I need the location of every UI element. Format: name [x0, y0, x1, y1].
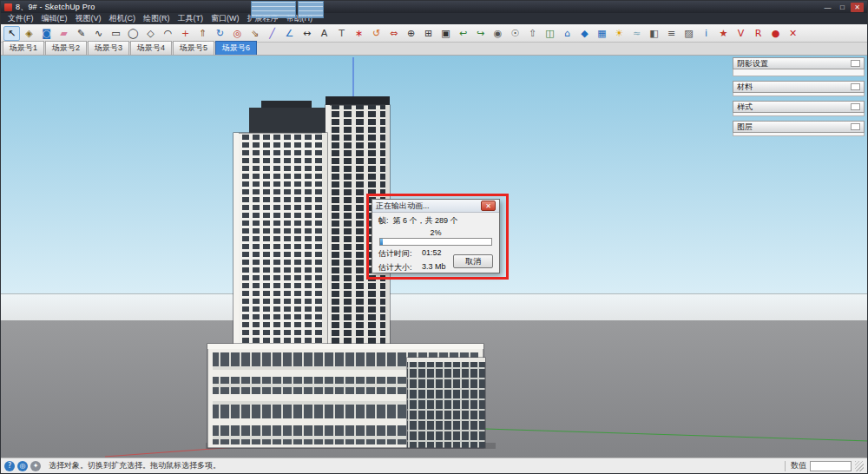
- push-pull-icon[interactable]: ⇑: [194, 26, 211, 41]
- scene-tab[interactable]: 场景号6: [215, 41, 257, 55]
- floating-window-1[interactable]: [251, 1, 296, 18]
- model-info-icon[interactable]: i: [698, 26, 714, 41]
- panel-title-bar[interactable]: 材料: [733, 81, 865, 93]
- shadows-icon[interactable]: ☀: [611, 26, 628, 41]
- extension-warehouse-icon[interactable]: ★: [715, 26, 732, 41]
- scene-tab[interactable]: 场景号5: [173, 41, 214, 55]
- freehand-icon[interactable]: ∿: [90, 26, 107, 41]
- scene-tab[interactable]: 场景号1: [3, 41, 44, 55]
- floating-window-2[interactable]: [298, 1, 324, 18]
- dimension-icon[interactable]: ↔: [299, 26, 315, 41]
- status-bar: ?◎✦ 选择对象。切换到扩充选择。拖动鼠标选择多项。 数值: [1, 458, 867, 473]
- close-button[interactable]: ✕: [851, 3, 864, 12]
- zoom-extents-icon[interactable]: ▣: [437, 26, 454, 41]
- move-icon[interactable]: +: [177, 26, 194, 41]
- panel-title: 阴影设置: [737, 58, 768, 69]
- rectangle-icon[interactable]: ▭: [108, 26, 124, 41]
- panel-toggle-button[interactable]: [851, 83, 860, 90]
- panel-layers: 图层: [733, 121, 865, 136]
- arc-icon[interactable]: ◠: [160, 26, 176, 41]
- vray-frame-buffer-icon[interactable]: V: [733, 26, 749, 41]
- rotate-icon[interactable]: ↻: [212, 26, 228, 41]
- layers-icon[interactable]: ≡: [663, 26, 680, 41]
- menu-item[interactable]: 绘图(R): [143, 13, 170, 24]
- panel-body: [733, 113, 865, 116]
- text-icon[interactable]: A: [316, 26, 332, 41]
- previous-view-icon[interactable]: ↩: [455, 26, 471, 41]
- circle-icon[interactable]: ◯: [125, 26, 141, 41]
- help-icon[interactable]: ?: [4, 461, 15, 471]
- 3d-text-icon[interactable]: T: [333, 26, 350, 41]
- menu-item[interactable]: 相机(C): [109, 13, 136, 24]
- minimize-button[interactable]: —: [821, 3, 834, 12]
- panel-title-bar[interactable]: 阴影设置: [733, 57, 865, 69]
- dialog-close-button[interactable]: ✕: [481, 201, 496, 211]
- top-view-icon[interactable]: ▦: [594, 26, 610, 41]
- look-around-icon[interactable]: ☉: [507, 26, 523, 41]
- tape-measure-icon[interactable]: ╱: [264, 26, 280, 41]
- progress-fill: [380, 239, 383, 245]
- menu-item[interactable]: 工具(T): [178, 13, 204, 24]
- scene-tab[interactable]: 场景号2: [45, 41, 87, 55]
- menu-item[interactable]: 窗口(W): [211, 13, 240, 24]
- walk-icon[interactable]: ⇧: [524, 26, 541, 41]
- zoom-window-icon[interactable]: ⊞: [420, 26, 437, 41]
- vray-options-icon[interactable]: ●: [767, 26, 784, 41]
- fog-icon[interactable]: ≈: [628, 26, 645, 41]
- scale-icon[interactable]: ⇘: [247, 26, 263, 41]
- maximize-button[interactable]: □: [836, 3, 849, 12]
- eraser-icon[interactable]: ▰: [56, 26, 72, 41]
- close-red-icon[interactable]: ✕: [785, 26, 801, 41]
- styles-icon[interactable]: ◧: [646, 26, 662, 41]
- dialog-titlebar: 正在输出动画... ✕: [372, 200, 499, 213]
- panel-body: [733, 93, 865, 96]
- measurements-input[interactable]: [810, 461, 852, 471]
- iso-view-icon[interactable]: ◆: [576, 26, 593, 41]
- next-view-icon[interactable]: ↪: [472, 26, 489, 41]
- polygon-icon[interactable]: ◇: [142, 26, 159, 41]
- panel-title-bar[interactable]: 样式: [733, 101, 865, 113]
- panel-title-bar[interactable]: 图层: [733, 121, 865, 133]
- panel-title: 材料: [737, 82, 753, 93]
- toolbar: ↖◈◙▰✎∿▭◯◇◠+⇑↻◎⇘╱∠↔AT∗↺⇔⊕⊞▣↩↪◉☉⇧◫⌂◆▦☀≈◧≡▨…: [1, 24, 867, 43]
- select-icon[interactable]: ↖: [3, 26, 20, 41]
- pan-icon[interactable]: ⇔: [385, 26, 402, 41]
- panel-title: 图层: [737, 122, 753, 133]
- front-view-icon[interactable]: ⌂: [559, 26, 575, 41]
- est-time-label: 估计时间:: [378, 248, 422, 260]
- position-camera-icon[interactable]: ◉: [490, 26, 506, 41]
- offset-icon[interactable]: ◎: [229, 26, 246, 41]
- panel-body: [733, 69, 865, 76]
- scene-tab[interactable]: 场景号3: [88, 41, 129, 55]
- geolocation-icon[interactable]: ◎: [17, 461, 28, 471]
- axes-icon[interactable]: ∗: [351, 26, 367, 41]
- menu-item[interactable]: 文件(F): [8, 13, 34, 24]
- zoom-icon[interactable]: ⊕: [403, 26, 419, 41]
- horizon-band: [1, 293, 867, 320]
- vray-render-icon[interactable]: R: [750, 26, 766, 41]
- panel-materials: 材料: [733, 81, 865, 96]
- panel-title: 样式: [737, 102, 753, 113]
- menu-bar: 文件(F)编辑(E)视图(V)相机(C)绘图(R)工具(T)窗口(W)扩展程序帮…: [1, 13, 867, 24]
- section-plane-icon[interactable]: ◫: [542, 26, 558, 41]
- line-icon[interactable]: ✎: [73, 26, 89, 41]
- panel-toggle-button[interactable]: [851, 103, 860, 110]
- menu-item[interactable]: 视图(V): [76, 13, 102, 24]
- panel-toggle-button[interactable]: [851, 123, 860, 130]
- cancel-button[interactable]: 取消: [453, 254, 493, 268]
- make-component-icon[interactable]: ◈: [21, 26, 37, 41]
- viewport-3d[interactable]: 阴影设置 材料 样式: [1, 56, 867, 459]
- export-animation-dialog: 正在输出动画... ✕ 帧: 第 6 个，共 289 个 2% 估计时间: 01…: [372, 199, 500, 273]
- statusbar-divider: [785, 461, 786, 471]
- menu-item[interactable]: 编辑(E): [42, 13, 68, 24]
- window-titlebar: 8、9# - SketchUp Pro — □ ✕: [1, 1, 867, 13]
- resize-grip[interactable]: [855, 461, 864, 471]
- panel-toggle-button[interactable]: [851, 60, 860, 67]
- protractor-icon[interactable]: ∠: [281, 26, 298, 41]
- scene-tab[interactable]: 场景号4: [130, 41, 172, 55]
- materials-icon[interactable]: ▨: [681, 26, 697, 41]
- frame-value: 第 6 个，共 289 个: [393, 215, 458, 227]
- orbit-icon[interactable]: ↺: [368, 26, 385, 41]
- paint-bucket-icon[interactable]: ◙: [38, 26, 55, 41]
- credits-icon[interactable]: ✦: [30, 461, 41, 471]
